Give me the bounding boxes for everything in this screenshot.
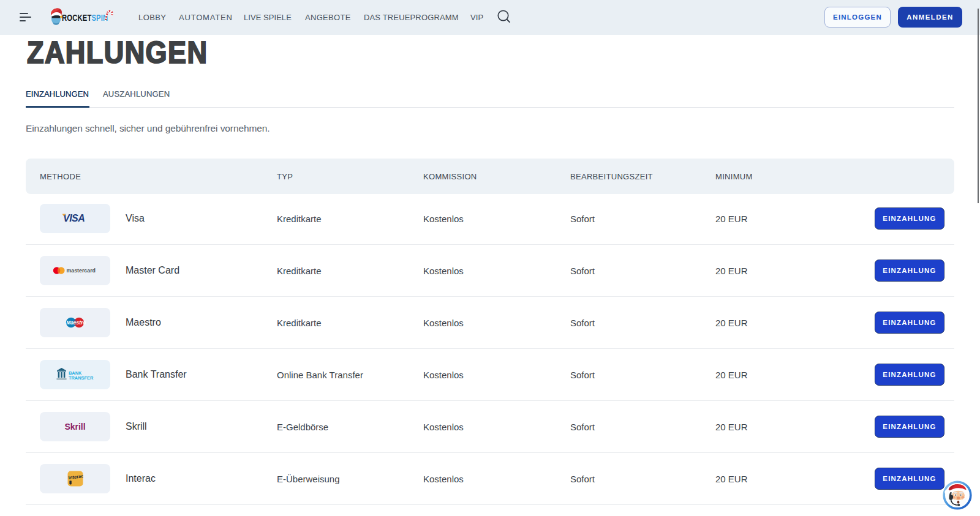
svg-text:mastercard: mastercard <box>66 267 95 274</box>
svg-text:VISA: VISA <box>63 213 85 223</box>
svg-text:TRANSFER: TRANSFER <box>69 375 94 381</box>
svg-text:Maestro: Maestro <box>66 320 86 326</box>
